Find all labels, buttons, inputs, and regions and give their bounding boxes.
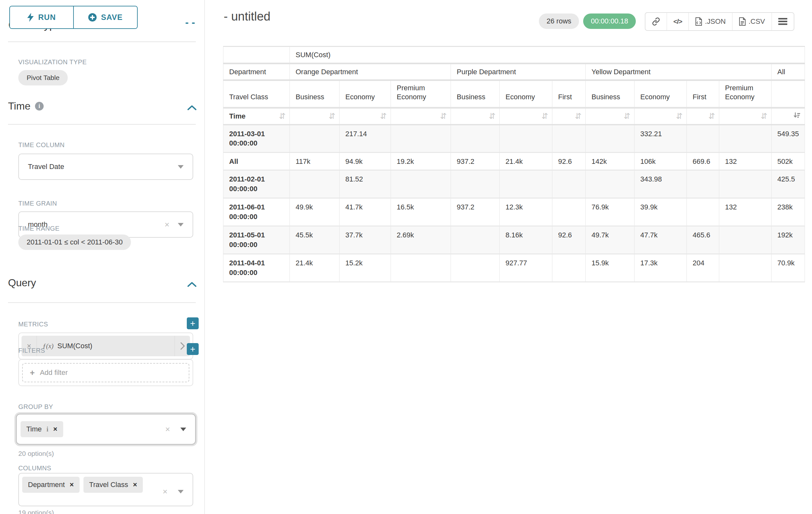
add-filter-plus-button[interactable]: + [187, 343, 199, 355]
pivot-cell: 49.9k [290, 198, 340, 226]
collapse-time-chevron-up-icon[interactable] [187, 105, 197, 111]
export-json-button[interactable]: .JSON [689, 13, 732, 30]
chevron-up-icon[interactable] [192, 23, 195, 24]
remove-tag-icon[interactable]: × [53, 425, 57, 433]
sort-icon[interactable]: ⇵ [279, 111, 286, 121]
sort-cell[interactable]: ⇵ [586, 108, 635, 125]
pivot-cell [451, 226, 500, 254]
info-icon[interactable]: i [35, 102, 44, 110]
sort-icon[interactable]: ⇵ [575, 111, 582, 121]
collapse-query-chevron-up-icon[interactable] [187, 281, 197, 288]
pivot-cell [500, 170, 552, 198]
sort-cell[interactable]: ⇵ [340, 108, 391, 125]
pivot-cell: 92.6 [552, 153, 586, 170]
department-group-cell: Purple Department [451, 63, 586, 80]
pivot-cell [719, 170, 772, 198]
divider [8, 302, 196, 303]
pivot-cell [290, 170, 340, 198]
viz-type-pill[interactable]: Pivot Table [18, 70, 68, 85]
sort-icon[interactable]: ⇵ [329, 111, 336, 121]
sort-cell[interactable]: ⇵ [451, 108, 500, 125]
view-query-button[interactable]: </> [667, 13, 689, 30]
chevron-up-icon[interactable] [185, 23, 188, 24]
sort-desc-active-icon[interactable] [793, 111, 801, 121]
time-sort-cell[interactable]: Time⇵ [223, 108, 290, 125]
export-csv-button[interactable]: .CSV [732, 13, 771, 30]
table-row: All117k94.9k19.2k937.221.4k92.6142k106k6… [223, 153, 805, 170]
sort-icon[interactable]: ⇵ [542, 111, 548, 121]
csv-file-icon [739, 17, 746, 26]
lightning-icon [27, 13, 34, 22]
share-link-button[interactable] [645, 13, 667, 30]
row-dim-label-cell: Department [223, 63, 290, 80]
more-options-button[interactable] [772, 13, 794, 30]
pivot-cell [719, 254, 772, 282]
pivot-cell: 15.2k [340, 254, 391, 282]
row-label: 2011-04-01 00:00:00 [223, 254, 290, 282]
row-count-badge: 26 rows [539, 13, 579, 29]
pivot-cell: 92.6 [552, 226, 586, 254]
sort-icon[interactable]: ⇵ [489, 111, 496, 121]
sort-icon[interactable]: ⇵ [708, 111, 715, 121]
sort-icon[interactable]: ⇵ [761, 111, 767, 121]
clear-icon[interactable]: × [165, 424, 170, 434]
save-button[interactable]: SAVE [74, 6, 137, 28]
sort-icon[interactable]: ⇵ [676, 111, 683, 121]
run-button[interactable]: RUN [10, 6, 74, 28]
time-grain-select[interactable]: month × [18, 211, 193, 238]
time-section-heading: Time i [8, 100, 44, 112]
columns-select[interactable]: Department × Travel Class × × [18, 473, 193, 506]
metric-container: × ƒ(x) SUM(Cost) [18, 332, 193, 359]
time-section-title: Time [8, 100, 30, 112]
remove-tag-icon[interactable]: × [133, 481, 137, 489]
pivot-cell: 106k [635, 153, 687, 170]
export-toolbar: </> .JSON .CSV [645, 12, 794, 31]
sort-cell[interactable]: ⇵ [552, 108, 586, 125]
sort-icon[interactable]: ⇵ [380, 111, 387, 121]
plus-circle-icon [88, 13, 96, 22]
pivot-cell: 937.2 [451, 198, 500, 226]
filters-container: + Add filter [18, 359, 193, 386]
table-row: 2011-05-01 00:00:0045.5k37.7k2.69k8.16k9… [223, 226, 805, 254]
pivot-cell [586, 125, 635, 153]
add-filter-button[interactable]: + Add filter [22, 363, 190, 382]
pivot-cell: 94.9k [340, 153, 391, 170]
pivot-cell: 76.9k [586, 198, 635, 226]
time-column-select[interactable]: Travel Date [18, 154, 193, 180]
pivot-cell: 332.21 [635, 125, 687, 153]
sort-icon[interactable]: ⇵ [440, 111, 447, 121]
chart-title[interactable]: - untitled [224, 10, 270, 23]
chevron-down-icon [178, 165, 183, 169]
pivot-cell [586, 170, 635, 198]
sort-cell[interactable]: ⇵ [719, 108, 772, 125]
sort-cell[interactable]: ⇵ [687, 108, 719, 125]
add-metric-button[interactable]: + [187, 317, 199, 329]
remove-tag-icon[interactable]: × [70, 481, 74, 489]
clear-icon[interactable]: × [163, 487, 168, 497]
group-by-tag-time: Time i × [21, 421, 63, 437]
sort-icon[interactable]: ⇵ [624, 111, 630, 121]
pivot-cell [552, 125, 586, 153]
pivot-cell [687, 170, 719, 198]
sub-dim-label-cell: Travel Class [223, 80, 290, 108]
sort-cell[interactable] [772, 108, 805, 125]
group-by-select[interactable]: Time i × × [16, 414, 196, 444]
metric-name: SUM(Cost) [57, 342, 92, 350]
metric-pill[interactable]: × ƒ(x) SUM(Cost) [22, 336, 190, 356]
pivot-cell: 41.7k [340, 198, 391, 226]
pivot-cell: 549.35 [772, 125, 805, 153]
sort-cell[interactable]: ⇵ [500, 108, 552, 125]
save-button-label: SAVE [101, 13, 123, 22]
pivot-cell: 49.7k [586, 226, 635, 254]
clear-icon[interactable]: × [165, 220, 170, 230]
sort-cell[interactable]: ⇵ [635, 108, 687, 125]
time-range-pill[interactable]: 2011-01-01 ≤ col < 2011-06-30 [18, 235, 131, 250]
pivot-cell: 192k [772, 226, 805, 254]
travel-class-cell: Premium Economy [719, 80, 772, 108]
pivot-cell: 8.16k [500, 226, 552, 254]
sort-cell[interactable]: ⇵ [391, 108, 451, 125]
info-icon[interactable]: i [47, 426, 49, 433]
pivot-cell [687, 125, 719, 153]
pivot-cell: 425.5 [772, 170, 805, 198]
sort-cell[interactable]: ⇵ [290, 108, 340, 125]
